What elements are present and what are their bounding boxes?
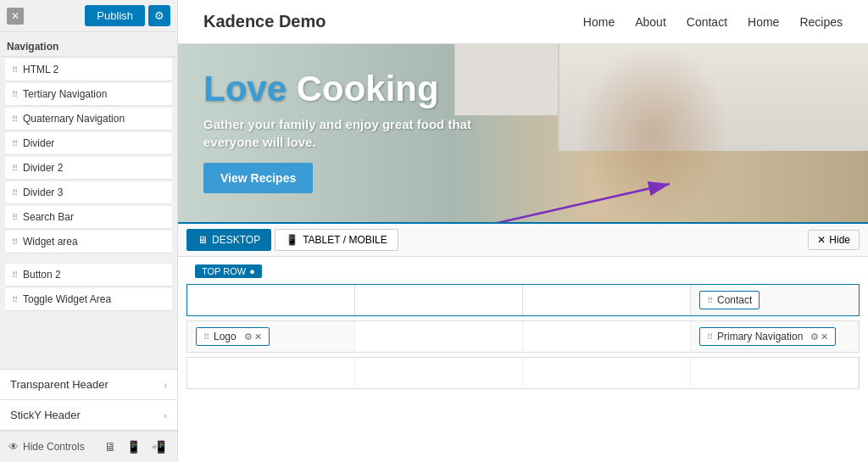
hero-title-highlight: Love [203,69,287,109]
sidebar-item-label: Widget area [23,236,78,248]
publish-button[interactable]: Publish [85,5,145,26]
close-small-icon: ✕ [817,234,826,246]
drag-icon: ⠿ [12,164,18,173]
tab-desktop[interactable]: 🖥 DESKTOP [186,229,271,251]
logo-element[interactable]: ⠿ Logo ⚙ ✕ [196,327,270,346]
sidebar-item-search-bar[interactable]: ⠿ Search Bar [5,206,172,229]
editor-cell-empty3 [187,358,355,388]
settings-button[interactable]: ⚙ [148,5,170,26]
editor-cell-contact: ⠿ Contact [691,285,859,315]
navigation-section-label: Navigation [0,32,177,57]
sidebar-item-divider3[interactable]: ⠿ Divider 3 [5,181,172,204]
nav-about[interactable]: About [635,15,666,29]
drag-icon: ⠿ [12,65,18,75]
sidebar-item-label: Search Bar [23,211,74,223]
primary-nav-label: Primary Navigation [717,331,803,342]
sidebar-topbar: ✕ Publish ⚙ [0,0,177,32]
drag-icon: ⠿ [12,188,18,198]
close-button[interactable]: ✕ [7,8,24,25]
sidebar-item-divider2[interactable]: ⠿ Divider 2 [5,157,172,180]
drag-icon: ⠿ [12,114,18,124]
top-row-editor: ⠿ Contact [186,284,860,316]
sidebar-item-html2[interactable]: ⠿ HTML 2 [5,58,172,81]
sidebar-divider [0,255,177,262]
sidebar-item-button2[interactable]: ⠿ Button 2 [5,264,172,287]
editor-cell-primary-nav: ⠿ Primary Navigation ⚙ ✕ [691,321,859,352]
editor-cell-logo: ⠿ Logo ⚙ ✕ [187,321,355,352]
third-row-editor [186,357,860,389]
view-recipes-button[interactable]: View Recipes [203,163,313,193]
sidebar-item-label: Tertiary Navigation [23,88,107,100]
hero-section: Love Cooking Gather your family and enjo… [178,44,868,222]
editor-cell-2 [355,285,523,315]
drag-icon: ⠿ [12,213,18,222]
tab-tablet-mobile[interactable]: 📱 TABLET / MOBILE [275,229,398,251]
second-row-editor: ⠿ Logo ⚙ ✕ ⠿ Primary Navigation ⚙ ✕ [186,320,860,353]
desktop-view-button[interactable]: 🖥 [101,438,120,455]
chevron-right-icon: › [164,410,167,420]
nav-contact[interactable]: Contact [687,15,727,29]
editor-cell-empty6 [691,358,859,388]
sidebar-item-label: Quaternary Navigation [23,113,125,125]
contact-label: Contact [717,294,752,306]
sidebar-item-label: Button 2 [23,269,61,281]
hero-content: Love Cooking Gather your family and enjo… [178,44,868,219]
top-row-label: TOP ROW ● [195,264,262,278]
editor-cell-empty1 [355,321,523,352]
main-content: Kadence Demo Home About Contact Home Rec… [178,0,868,462]
mobile-view-button[interactable]: 📲 [147,438,169,455]
primary-nav-element[interactable]: ⠿ Primary Navigation ⚙ ✕ [699,327,836,346]
hide-controls-label: Hide Controls [23,441,85,453]
transparent-header-label: Transparent Header [10,378,108,391]
remove-cell-icon[interactable]: ✕ [254,331,262,342]
logo-label: Logo [214,331,236,342]
drag-dots-icon: ⠿ [203,332,209,342]
hide-label: Hide [829,234,850,246]
nav-recipes[interactable]: Recipes [799,15,843,29]
drag-icon: ⠿ [12,270,18,280]
hero-title-rest: Cooking [287,69,439,109]
drag-dots-icon: ⠿ [707,296,713,305]
view-icons-group: 🖥 📱 📲 [101,438,169,455]
close-icon: ✕ [11,10,19,22]
sidebar-item-quaternary-nav[interactable]: ⠿ Quaternary Navigation [5,108,172,131]
editor-cell-empty4 [355,358,523,388]
settings-cell-icon[interactable]: ⚙ [244,331,253,342]
sidebar-footer: 👁 Hide Controls 🖥 📱 📲 [0,431,177,462]
editor-tabs: 🖥 DESKTOP 📱 TABLET / MOBILE ✕ Hide [178,224,868,257]
sidebar-items-list: ⠿ HTML 2 ⠿ Tertiary Navigation ⠿ Quatern… [0,57,177,369]
settings-cell-icon[interactable]: ⚙ [810,331,819,342]
sidebar-item-tertiary-nav[interactable]: ⠿ Tertiary Navigation [5,83,172,106]
hide-controls-button[interactable]: 👁 Hide Controls [8,441,85,453]
top-row-wrapper: TOP ROW ● [178,257,868,284]
drag-icon: ⠿ [12,90,18,99]
top-row-label-text: TOP ROW [202,266,246,276]
tablet-icon: 📱 [286,234,298,246]
sticky-header-item[interactable]: StickY Header › [0,400,177,431]
nav-home[interactable]: Home [583,15,615,29]
sidebar-item-divider1[interactable]: ⠿ Divider [5,132,172,155]
drag-icon: ⠿ [12,237,18,247]
eye-icon: 👁 [8,441,19,453]
primary-nav-cell-icons: ⚙ ✕ [810,331,828,342]
drag-dots-icon: ⠿ [707,332,713,342]
hero-subtitle: Gather your family and enjoy great food … [203,115,492,151]
remove-cell-icon[interactable]: ✕ [821,331,828,342]
hide-button[interactable]: ✕ Hide [808,230,860,250]
logo-cell-icons: ⚙ ✕ [244,331,262,342]
editor-panel: 🖥 DESKTOP 📱 TABLET / MOBILE ✕ Hide TOP R… [178,222,868,396]
editor-tabs-left: 🖥 DESKTOP 📱 TABLET / MOBILE [186,224,398,256]
editor-cell-empty2 [523,321,691,352]
hero-title: Love Cooking [203,70,843,109]
sidebar-bottom-section: Transparent Header › StickY Header › [0,369,177,431]
tablet-view-button[interactable]: 📱 [123,438,144,455]
editor-cell-3 [523,285,691,315]
site-title: Kadence Demo [203,12,326,31]
nav-home2[interactable]: Home [748,15,779,29]
contact-element[interactable]: ⠿ Contact [699,291,760,309]
transparent-header-item[interactable]: Transparent Header › [0,370,177,400]
sidebar-item-widget-area[interactable]: ⠿ Widget area [5,231,172,253]
chevron-right-icon: › [164,380,167,390]
sidebar-item-toggle-widget[interactable]: ⠿ Toggle Widget Area [5,288,172,311]
tab-tablet-label: TABLET / MOBILE [303,234,387,246]
